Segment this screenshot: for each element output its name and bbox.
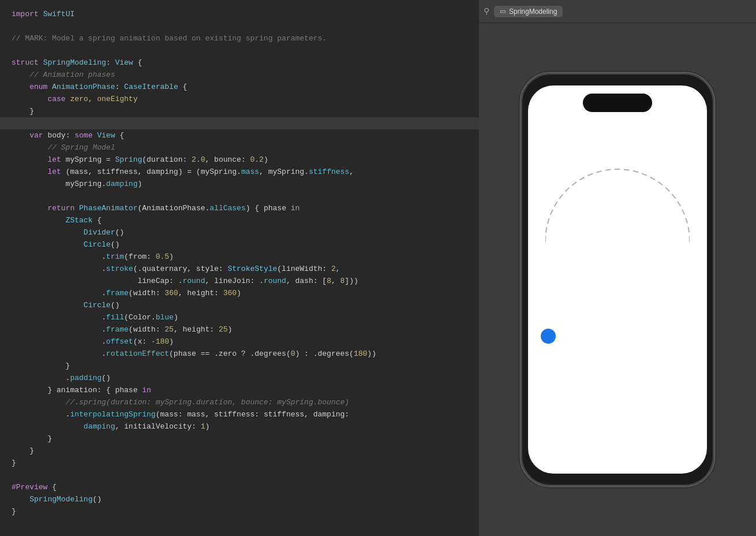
code-line: let (mass, stiffness, damping) = (mySpri… bbox=[0, 166, 479, 178]
code-line: lineCap: .round, lineJoin: .round, dash:… bbox=[0, 275, 479, 287]
code-editor[interactable]: import SwiftUI// MARK: Model a spring an… bbox=[0, 0, 479, 536]
code-line: .interpolatingSpring(mass: mass, stiffne… bbox=[0, 408, 479, 420]
preview-tab[interactable]: ▭ SpringModeling bbox=[494, 6, 563, 17]
code-line bbox=[0, 190, 479, 202]
code-line: case zero, oneEighty bbox=[0, 93, 479, 105]
preview-topbar: ⚲ ▭ SpringModeling bbox=[479, 0, 756, 23]
code-line: SpringModeling() bbox=[0, 493, 479, 505]
code-line: Circle() bbox=[0, 299, 479, 311]
preview-panel: ⚲ ▭ SpringModeling bbox=[479, 0, 756, 536]
code-line: .stroke(.quaternary, style: StrokeStyle(… bbox=[0, 263, 479, 275]
code-line: ZStack { bbox=[0, 214, 479, 226]
arc-svg bbox=[545, 132, 690, 247]
code-line: Divider() bbox=[0, 226, 479, 239]
code-line: damping, initialVelocity: 1) bbox=[0, 420, 479, 433]
code-line: } bbox=[0, 445, 479, 457]
code-line: .padding() bbox=[0, 372, 479, 384]
device-frame-wrapper bbox=[508, 23, 727, 536]
code-line: .rotationEffect(phase == .zero ? .degree… bbox=[0, 348, 479, 360]
code-line: #Preview { bbox=[0, 481, 479, 493]
code-line: } bbox=[0, 433, 479, 445]
code-line bbox=[0, 117, 479, 129]
code-line: } bbox=[0, 505, 479, 518]
code-line: mySpring.damping) bbox=[0, 178, 479, 190]
code-line bbox=[0, 20, 479, 32]
code-line: } bbox=[0, 360, 479, 372]
code-line bbox=[0, 44, 479, 57]
preview-tab-icon: ▭ bbox=[500, 8, 506, 15]
blue-dot bbox=[541, 329, 556, 344]
code-line: // Animation phases bbox=[0, 69, 479, 81]
preview-tab-label: SpringModeling bbox=[509, 8, 557, 16]
code-line: } animation: { phase in bbox=[0, 384, 479, 396]
code-line: var body: some View { bbox=[0, 129, 479, 142]
code-line: .trim(from: 0.5) bbox=[0, 251, 479, 263]
code-line: } bbox=[0, 105, 479, 117]
code-line: .frame(width: 25, height: 25) bbox=[0, 323, 479, 336]
pin-icon[interactable]: ⚲ bbox=[484, 6, 489, 16]
code-line: } bbox=[0, 457, 479, 469]
code-line: .fill(Color.blue) bbox=[0, 311, 479, 323]
code-line: Circle() bbox=[0, 239, 479, 251]
code-line: return PhaseAnimator(AnimationPhase.allC… bbox=[0, 202, 479, 214]
code-line: enum AnimationPhase: CaseIterable { bbox=[0, 81, 479, 93]
code-line: struct SpringModeling: View { bbox=[0, 57, 479, 69]
code-line: import SwiftUI bbox=[0, 8, 479, 20]
code-line: // Spring Model bbox=[0, 142, 479, 154]
code-line: // MARK: Model a spring animation based … bbox=[0, 32, 479, 44]
code-line: .offset(x: -180) bbox=[0, 336, 479, 348]
code-line: .frame(width: 360, height: 360) bbox=[0, 287, 479, 299]
code-line bbox=[0, 469, 479, 481]
dynamic-island bbox=[583, 94, 652, 112]
code-line: //.spring(duration: mySpring.duration, b… bbox=[0, 396, 479, 408]
code-line: let mySpring = Spring(duration: 2.0, bou… bbox=[0, 154, 479, 166]
iphone-screen bbox=[528, 85, 707, 474]
iphone-frame bbox=[519, 72, 716, 487]
